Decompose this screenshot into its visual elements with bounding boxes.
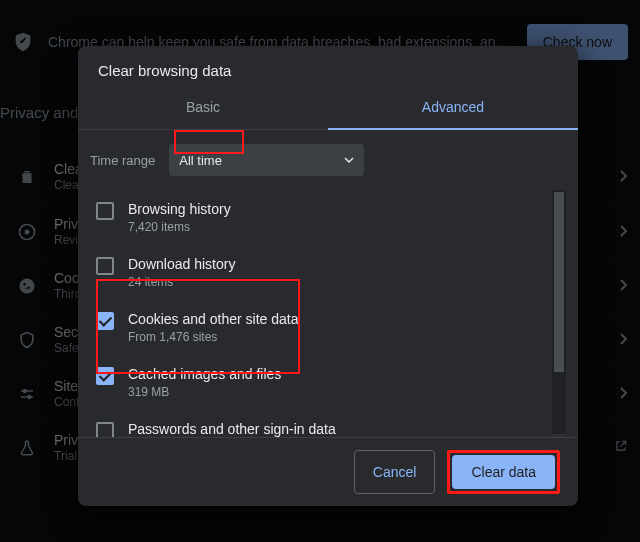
item-sublabel: From 1,476 sites — [128, 329, 298, 345]
time-range-label: Time range — [90, 153, 155, 168]
dialog-tabs: Basic Advanced — [78, 87, 578, 130]
checkbox[interactable] — [96, 367, 114, 385]
checkbox[interactable] — [96, 312, 114, 330]
tab-basic[interactable]: Basic — [78, 87, 328, 129]
time-range-select[interactable]: All time — [169, 144, 364, 176]
item-sublabel: 7,420 items — [128, 219, 231, 235]
clear-data-button[interactable]: Clear data — [452, 455, 555, 489]
scrollbar-thumb[interactable] — [554, 192, 564, 372]
tab-advanced[interactable]: Advanced — [328, 87, 578, 129]
scrollbar-down-button[interactable] — [552, 434, 566, 437]
clear-item: Passwords and other sign-in dataNone — [92, 410, 548, 437]
checkbox[interactable] — [96, 257, 114, 275]
clear-browsing-data-dialog: Clear browsing data Basic Advanced Time … — [78, 46, 578, 506]
item-sublabel: 319 MB — [128, 384, 281, 400]
time-range-value: All time — [179, 153, 222, 168]
checkbox[interactable] — [96, 422, 114, 437]
item-label: Download history — [128, 255, 235, 274]
dialog-title: Clear browsing data — [78, 46, 578, 87]
item-sublabel: 24 items — [128, 274, 235, 290]
item-label: Cookies and other site data — [128, 310, 298, 329]
cancel-button[interactable]: Cancel — [354, 450, 436, 494]
scrollbar-track[interactable] — [552, 190, 566, 437]
checkbox[interactable] — [96, 202, 114, 220]
clear-item: Download history24 items — [92, 245, 548, 300]
item-label: Passwords and other sign-in data — [128, 420, 336, 437]
clear-item: Browsing history7,420 items — [92, 190, 548, 245]
highlight-box-confirm: Clear data — [447, 450, 560, 494]
caret-down-icon — [344, 153, 354, 168]
clear-item: Cookies and other site dataFrom 1,476 si… — [92, 300, 548, 355]
clear-item: Cached images and files319 MB — [92, 355, 548, 410]
item-label: Browsing history — [128, 200, 231, 219]
item-label: Cached images and files — [128, 365, 281, 384]
